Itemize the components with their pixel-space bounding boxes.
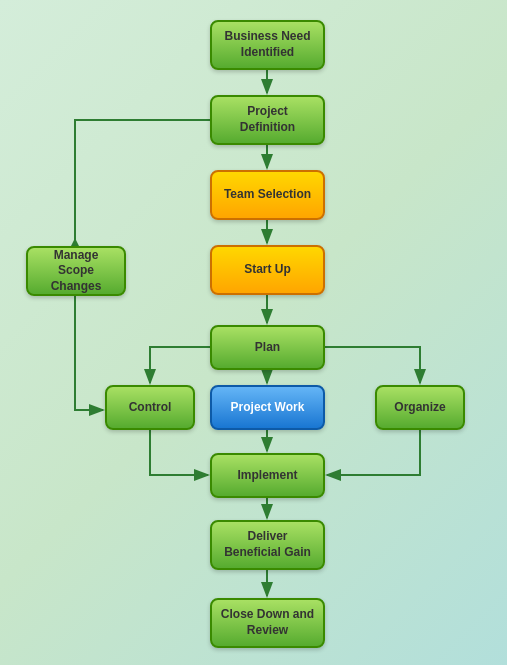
- deliver-node: Deliver Beneficial Gain: [210, 520, 325, 570]
- arrow-plan-to-control: [150, 347, 210, 383]
- control-node: Control: [105, 385, 195, 430]
- manage-scope-node: Manage Scope Changes: [26, 246, 126, 296]
- arrowhead-scope-down: [71, 238, 79, 246]
- organize-node: Organize: [375, 385, 465, 430]
- team-selection-node: Team Selection: [210, 170, 325, 220]
- implement-node: Implement: [210, 453, 325, 498]
- arrow-scope-from-projdef: [75, 120, 210, 246]
- plan-node: Plan: [210, 325, 325, 370]
- business-need-node: Business Need Identified: [210, 20, 325, 70]
- start-up-node: Start Up: [210, 245, 325, 295]
- arrow-scope-to-control: [75, 296, 103, 410]
- diagram: Business Need Identified Project Definit…: [0, 0, 507, 665]
- close-down-node: Close Down and Review: [210, 598, 325, 648]
- arrow-control-to-implement: [150, 430, 208, 475]
- project-work-node: Project Work: [210, 385, 325, 430]
- arrow-plan-to-organize: [325, 347, 420, 383]
- project-definition-node: Project Definition: [210, 95, 325, 145]
- arrow-organize-to-implement: [327, 430, 420, 475]
